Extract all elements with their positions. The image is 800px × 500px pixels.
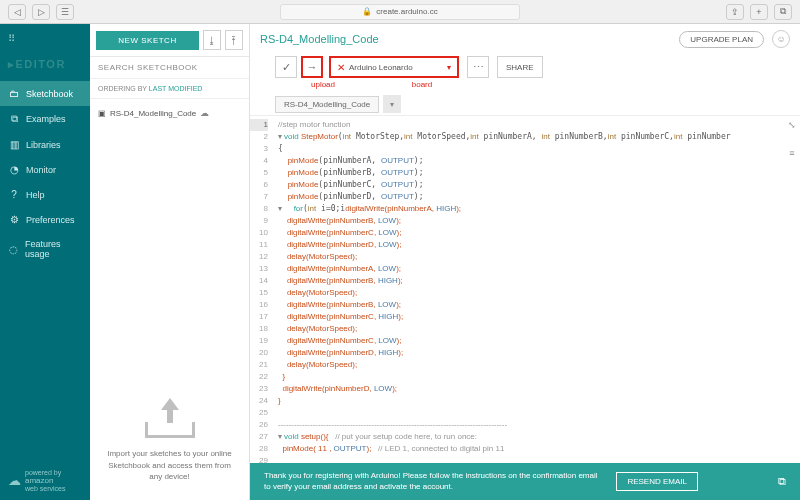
monitor-icon: ◔ [8, 164, 20, 175]
sidebar-item-label: Monitor [26, 165, 56, 175]
upload-tray-icon [145, 398, 195, 438]
folder-icon: 🗀 [8, 88, 20, 99]
sidebar-item-sketchbook[interactable]: 🗀Sketchbook [0, 81, 90, 106]
ordering-row[interactable]: ORDERING BY LAST MODIFIED [90, 79, 249, 99]
tab-file[interactable]: RS-D4_Modelling_Code [275, 96, 379, 113]
sidebar-item-label: Examples [26, 114, 66, 124]
ordering-value: LAST MODIFIED [149, 85, 203, 92]
upload-text: Import your sketches to your online Sket… [102, 448, 237, 482]
avatar-icon[interactable]: ☺ [772, 30, 790, 48]
url-text: create.arduino.cc [376, 7, 437, 16]
sidebar-item-examples[interactable]: ⧉Examples [0, 106, 90, 132]
tabs-icon[interactable]: ⧉ [774, 4, 792, 20]
search-input[interactable]: SEARCH SKETCHBOOK [90, 57, 249, 79]
sketch-name: RS-D4_Modelling_Code [110, 109, 196, 118]
sidebar-item-label: Features usage [25, 239, 82, 259]
url-field[interactable]: 🔒 create.arduino.cc [280, 4, 520, 20]
help-icon: ? [8, 189, 20, 200]
board-name: Arduino Leonardo [349, 63, 413, 72]
brand-text: amazon [25, 476, 53, 485]
nav-fwd-icon[interactable]: ▷ [32, 4, 50, 20]
tab-menu-icon[interactable]: ▾ [383, 95, 401, 113]
new-tab-icon[interactable]: + [750, 4, 768, 20]
board-select[interactable]: ✕ Arduino Leonardo ▾ [329, 56, 459, 78]
brand-sub: web services [25, 485, 65, 492]
libraries-icon: ▥ [8, 139, 20, 150]
editor-main: RS-D4_Modelling_Code UPGRADE PLAN ☺ ✓ → … [250, 24, 800, 500]
x-icon: ✕ [337, 62, 345, 73]
upload-button[interactable]: → [301, 56, 323, 78]
sketch-item[interactable]: ▣ RS-D4_Modelling_Code ☁ [98, 105, 241, 121]
gear-icon: ⚙ [8, 214, 20, 225]
annot-upload: upload [299, 80, 347, 89]
app-sidebar: ⠿ ▸EDITOR 🗀Sketchbook ⧉Examples ▥Librari… [0, 24, 90, 500]
aws-icon: ☁ [8, 473, 21, 488]
annot-board: board [357, 80, 487, 89]
sketch-title: RS-D4_Modelling_Code [260, 33, 379, 45]
lock-icon: 🔒 [362, 7, 372, 16]
apps-grid-icon[interactable]: ⠿ [0, 24, 90, 52]
folder-icon: ▣ [98, 109, 106, 118]
upload-icon[interactable]: ⭱ [225, 30, 243, 50]
more-button[interactable]: ⋯ [467, 56, 489, 78]
code-editor[interactable]: 1234567891011121314151617181920212223242… [250, 115, 800, 463]
close-icon[interactable]: × [788, 0, 794, 2]
line-gutter: 1234567891011121314151617181920212223242… [250, 116, 272, 463]
share-icon[interactable]: ⇪ [726, 4, 744, 20]
chevron-down-icon: ▾ [447, 63, 451, 72]
sidebar-item-features[interactable]: ◌Features usage [0, 232, 90, 266]
browser-chrome: ◁ ▷ ☰ 🔒 create.arduino.cc ⇪ + ⧉ [0, 0, 800, 24]
import-icon[interactable]: ⭳ [203, 30, 221, 50]
upload-dropzone[interactable]: Import your sketches to your online Sket… [90, 384, 249, 500]
resend-email-button[interactable]: RESEND EMAIL [616, 472, 698, 491]
cloud-icon: ☁ [200, 108, 209, 118]
copy-icon[interactable]: ⧉ [778, 475, 786, 488]
nav-back-icon[interactable]: ◁ [8, 4, 26, 20]
editor-logo: ▸EDITOR [0, 52, 90, 81]
new-sketch-button[interactable]: NEW SKETCH [96, 31, 199, 50]
usage-icon: ◌ [8, 244, 19, 255]
sidebar-item-label: Help [26, 190, 45, 200]
sidebar-item-monitor[interactable]: ◔Monitor [0, 157, 90, 182]
sidebar-item-label: Preferences [26, 215, 75, 225]
sketchbook-panel: × NEW SKETCH ⭳ ⭱ SEARCH SKETCHBOOK ORDER… [90, 24, 250, 500]
fold-indicators: ⤡≡ [788, 120, 796, 158]
sidebar-item-libraries[interactable]: ▥Libraries [0, 132, 90, 157]
sidebar-toggle-icon[interactable]: ☰ [56, 4, 74, 20]
powered-text: powered by [25, 469, 61, 476]
annotation-row: upload board [250, 80, 800, 93]
sidebar-item-label: Sketchbook [26, 89, 73, 99]
ordering-label: ORDERING BY [98, 85, 147, 92]
sidebar-item-preferences[interactable]: ⚙Preferences [0, 207, 90, 232]
sidebar-item-help[interactable]: ?Help [0, 182, 90, 207]
verify-email-banner: Thank you for registering with Arduino! … [250, 463, 800, 500]
aws-badge: ☁ powered by amazon web services [0, 461, 90, 500]
upgrade-button[interactable]: UPGRADE PLAN [679, 31, 764, 48]
banner-text: Thank you for registering with Arduino! … [264, 471, 604, 492]
sidebar-item-label: Libraries [26, 140, 61, 150]
code-content[interactable]: //step motor function ▾void StepMotor(in… [272, 116, 800, 463]
share-button[interactable]: SHARE [497, 56, 543, 78]
verify-button[interactable]: ✓ [275, 56, 297, 78]
examples-icon: ⧉ [8, 113, 20, 125]
